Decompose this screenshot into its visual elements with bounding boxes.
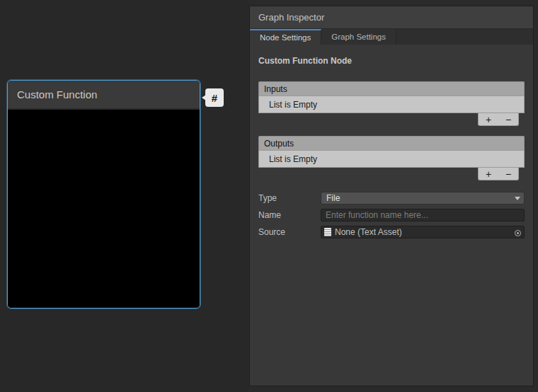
inspector-header[interactable]: Graph Inspector	[250, 6, 533, 29]
function-name-input[interactable]	[321, 209, 525, 221]
inputs-empty-label: List is Empty	[269, 100, 317, 110]
object-picker-dot	[517, 232, 519, 234]
inputs-remove-button[interactable]: −	[499, 114, 517, 125]
node-title-bar: Custom Function	[8, 81, 200, 110]
object-picker-ring	[515, 230, 521, 236]
name-field-row: Name	[258, 209, 525, 221]
inputs-header-label: Inputs	[264, 84, 287, 94]
outputs-empty-label: List is Empty	[269, 154, 317, 164]
type-label: Type	[258, 193, 321, 203]
outputs-list-header: Outputs	[258, 136, 525, 150]
node-body	[8, 110, 200, 308]
type-dropdown[interactable]: File	[321, 192, 525, 204]
section-heading: Custom Function Node	[258, 56, 525, 66]
chevron-down-icon	[515, 197, 520, 200]
inputs-list: Inputs List is Empty + −	[258, 81, 525, 126]
tab-graph-settings-label: Graph Settings	[331, 33, 386, 41]
inputs-list-header: Inputs	[258, 81, 525, 96]
type-field-row: Type File	[258, 192, 525, 204]
outputs-list-footer: + −	[478, 168, 519, 180]
inputs-empty-row: List is Empty	[258, 96, 525, 113]
source-label: Source	[258, 227, 321, 237]
outputs-add-button[interactable]: +	[479, 168, 498, 180]
type-dropdown-value: File	[326, 193, 340, 203]
inputs-add-button[interactable]: +	[479, 114, 498, 125]
inspector-tab-bar: Node Settings Graph Settings	[250, 29, 533, 45]
node-title: Custom Function	[17, 88, 97, 100]
custom-function-node[interactable]: Custom Function	[7, 80, 200, 309]
graph-canvas[interactable]: Custom Function #	[0, 0, 249, 392]
outputs-empty-row: List is Empty	[258, 150, 525, 168]
inputs-list-footer: + −	[478, 113, 519, 126]
hash-icon: #	[212, 92, 217, 104]
inspector-title: Graph Inspector	[258, 12, 324, 23]
node-settings-fields: Type File Name Source	[258, 192, 525, 238]
graph-inspector-panel: Graph Inspector Node Settings Graph Sett…	[249, 6, 534, 386]
outputs-list: Outputs List is Empty + −	[258, 136, 525, 180]
tab-node-settings[interactable]: Node Settings	[250, 29, 321, 45]
source-object-field[interactable]: None (Text Asset)	[321, 226, 525, 238]
source-object-value: None (Text Asset)	[335, 227, 402, 237]
outputs-header-label: Outputs	[264, 139, 294, 149]
outputs-remove-button[interactable]: −	[499, 168, 517, 180]
text-asset-icon	[324, 228, 331, 236]
name-label: Name	[258, 210, 321, 220]
object-picker-icon[interactable]	[513, 228, 522, 238]
inspector-content: Custom Function Node Inputs List is Empt…	[250, 45, 533, 238]
tab-graph-settings[interactable]: Graph Settings	[321, 29, 396, 45]
tab-node-settings-label: Node Settings	[260, 33, 311, 42]
source-field-row: Source None (Text Asset)	[258, 226, 525, 238]
hash-badge-button[interactable]: #	[205, 88, 224, 107]
